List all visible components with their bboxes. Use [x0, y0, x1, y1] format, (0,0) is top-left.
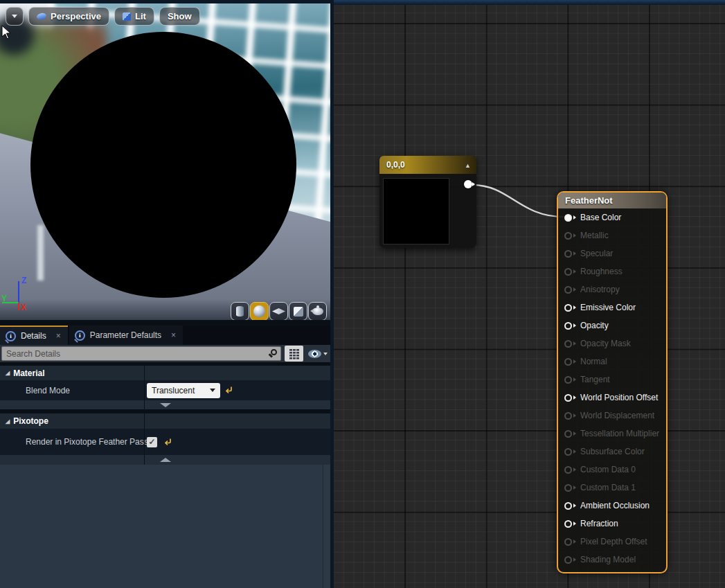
lit-button[interactable]: Lit	[114, 7, 154, 26]
pin-arrow-icon	[573, 341, 576, 346]
material-pin-custom-data-0[interactable]: Custom Data 0	[558, 461, 666, 479]
collapse-arrow-icon[interactable]: ▲	[465, 162, 471, 169]
material-pin-custom-data-1[interactable]: Custom Data 1	[558, 479, 666, 497]
reset-to-default-icon[interactable]	[224, 386, 233, 395]
pin-circle-icon[interactable]	[564, 376, 572, 384]
pin-arrow-icon	[573, 413, 576, 418]
pin-circle-icon[interactable]	[564, 538, 572, 546]
material-pin-specular[interactable]: Specular	[558, 244, 666, 262]
chevron-down-icon	[160, 403, 171, 407]
preview-sphere[interactable]	[30, 32, 296, 298]
shape-button-cube[interactable]	[289, 302, 307, 321]
pin-circle-icon[interactable]	[564, 358, 572, 366]
material-pin-opacity-mask[interactable]: Opacity Mask	[558, 335, 666, 353]
perspective-button[interactable]: Perspective	[28, 7, 109, 26]
info-magnifier-icon: i	[6, 331, 16, 341]
search-input[interactable]: Search Details	[1, 346, 281, 361]
material-pin-base-color[interactable]: Base Color	[558, 208, 666, 226]
plane-icon	[272, 308, 285, 314]
pin-circle-icon[interactable]	[564, 286, 572, 294]
material-pin-metallic[interactable]: Metallic	[558, 226, 666, 244]
preview-shape-bar	[231, 302, 327, 321]
chevron-up-icon	[160, 458, 171, 462]
caret-down-icon	[12, 15, 17, 18]
pin-circle-icon[interactable]	[564, 466, 572, 474]
material-pin-subsurface-color[interactable]: Subsurface Color	[558, 443, 666, 461]
reset-to-default-icon[interactable]	[163, 438, 172, 447]
color-preview-swatch	[383, 178, 449, 244]
shape-button-plane[interactable]	[269, 302, 288, 321]
grid-view-button[interactable]	[285, 346, 303, 362]
gizmo-y-label: Y	[1, 294, 7, 303]
material-pin-world-displacement[interactable]: World Displacement	[558, 407, 666, 425]
material-pin-tessellation-multiplier[interactable]: Tessellation Multiplier	[558, 425, 666, 443]
pin-arrow-icon	[573, 359, 576, 364]
search-icon	[271, 349, 277, 355]
blend-mode-dropdown[interactable]: Translucent	[147, 383, 220, 398]
viewport-options-dropdown[interactable]	[6, 7, 24, 26]
material-pin-ambient-occlusion[interactable]: Ambient Occlusion	[558, 497, 666, 515]
material-pin-anisotropy[interactable]: Anisotropy	[558, 280, 666, 299]
shape-button-teapot[interactable]	[308, 302, 327, 321]
material-pin-emissive-color[interactable]: Emissive Color	[558, 299, 666, 317]
pin-circle-icon[interactable]	[564, 214, 572, 222]
material-graph-canvas[interactable]: 0,0,0 ▲ FeatherNot Base Color Metallic S…	[332, 0, 725, 588]
pin-arrow-icon	[573, 431, 576, 436]
pin-circle-icon[interactable]	[564, 412, 572, 420]
pin-circle-icon[interactable]	[564, 250, 572, 258]
view-options-button[interactable]	[306, 346, 330, 362]
mouse-cursor	[1, 25, 12, 40]
output-pin[interactable]	[464, 180, 472, 188]
close-icon[interactable]: ×	[56, 331, 61, 341]
sphere-icon	[253, 305, 265, 317]
shape-button-sphere[interactable]	[250, 302, 269, 321]
constant-node-title[interactable]: 0,0,0	[379, 156, 476, 174]
section-expander[interactable]	[0, 455, 330, 465]
pin-circle-icon[interactable]	[564, 322, 572, 330]
section-header-material[interactable]: ◢ Material	[0, 366, 330, 380]
gizmo-x-axis	[18, 303, 19, 310]
pin-circle-icon[interactable]	[564, 394, 572, 402]
material-pin-pixel-depth-offset[interactable]: Pixel Depth Offset	[558, 533, 666, 551]
material-pin-shading-model[interactable]: Shading Model	[558, 551, 666, 569]
close-icon[interactable]: ×	[171, 330, 176, 340]
section-header-pixotope[interactable]: ◢ Pixotope	[0, 413, 330, 429]
material-pin-opacity[interactable]: Opacity	[558, 317, 666, 335]
pin-circle-icon[interactable]	[564, 430, 572, 438]
property-row-blend-mode: Blend Mode Translucent	[0, 380, 330, 400]
constant-color-node[interactable]: 0,0,0 ▲	[379, 156, 476, 248]
scrollbar-track[interactable]	[323, 465, 330, 588]
material-pin-world-position-offset[interactable]: World Position Offset	[558, 389, 666, 407]
pin-circle-icon[interactable]	[564, 502, 572, 510]
pin-circle-icon[interactable]	[564, 556, 572, 564]
feather-pass-checkbox[interactable]: ✓	[147, 437, 157, 447]
preview-viewport[interactable]: Perspective Lit Show Z Y X	[0, 0, 330, 323]
column-divider[interactable]	[144, 366, 145, 465]
material-pin-list: Base Color Metallic Specular Roughness A…	[558, 208, 666, 569]
pin-circle-icon[interactable]	[564, 340, 572, 348]
pin-circle-icon[interactable]	[564, 304, 572, 312]
pin-circle-icon[interactable]	[564, 520, 572, 528]
material-pin-roughness[interactable]: Roughness	[558, 262, 666, 280]
pin-arrow-icon	[573, 323, 576, 328]
pin-arrow-icon	[573, 504, 576, 508]
pin-circle-icon[interactable]	[564, 448, 572, 456]
pin-arrow-icon	[573, 305, 576, 310]
material-node-title[interactable]: FeatherNot	[558, 193, 666, 208]
section-expander[interactable]	[0, 400, 330, 409]
pin-circle-icon[interactable]	[564, 232, 572, 240]
tab-details[interactable]: i Details ×	[0, 326, 68, 345]
shape-button-cylinder[interactable]	[231, 302, 249, 321]
pin-circle-icon[interactable]	[564, 268, 572, 276]
material-pin-tangent[interactable]: Tangent	[558, 371, 666, 389]
material-pin-normal[interactable]: Normal	[558, 353, 666, 371]
expand-triangle-icon[interactable]: ◢	[6, 418, 10, 425]
material-output-node[interactable]: FeatherNot Base Color Metallic Specular …	[557, 191, 668, 573]
tab-parameter-defaults[interactable]: i Parameter Defaults ×	[69, 326, 183, 345]
expand-triangle-icon[interactable]: ◢	[6, 370, 10, 376]
gizmo-z-axis	[18, 281, 19, 303]
show-button[interactable]: Show	[159, 7, 200, 26]
material-pin-refraction[interactable]: Refraction	[558, 515, 666, 533]
pin-arrow-icon	[573, 485, 576, 490]
pin-circle-icon[interactable]	[564, 484, 572, 492]
